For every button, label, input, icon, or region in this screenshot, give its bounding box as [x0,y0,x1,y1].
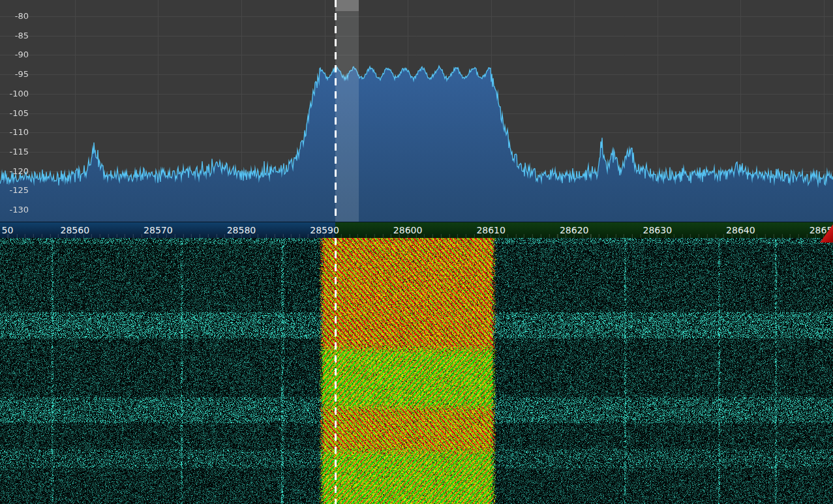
frequency-axis[interactable]: 50 28560 28570 28580 28590 28600 28610 2… [0,222,833,238]
tuning-line[interactable] [335,0,337,222]
freq-tick-label: 28640 [726,225,755,235]
db-tick-label: -125 [0,185,30,196]
tuning-line[interactable] [335,238,337,504]
freq-tick-label: 28590 [310,225,339,235]
freq-tick-label: 28620 [560,225,589,235]
freq-tick-label: 28570 [144,225,173,235]
db-tick-label: -80 [0,11,30,22]
waterfall-canvas[interactable] [0,238,833,504]
sdr-spectrum-waterfall-view: -80 -85 -90 -95 -100 -105 -110 -115 -120… [0,0,833,504]
db-tick-label: -95 [0,69,30,80]
db-tick-label: -110 [0,127,30,138]
spectrum-panel[interactable]: -80 -85 -90 -95 -100 -105 -110 -115 -120… [0,0,833,222]
freq-tick-label: 28610 [476,225,506,235]
freq-tick-label: 28580 [227,225,256,235]
db-tick-label: -90 [0,50,30,60]
freq-tick-label: 28560 [61,225,90,235]
db-tick-label: -105 [0,108,30,119]
db-tick-label: -100 [0,89,30,99]
spectrum-plot-canvas[interactable] [0,0,833,222]
freq-tick-label: 50 [2,225,14,235]
db-tick-label: -85 [0,31,30,41]
db-tick-label: -115 [0,147,30,157]
db-tick-label: -130 [0,205,30,215]
freq-tick-label: 28630 [643,225,673,235]
filter-passband[interactable] [335,0,359,222]
waterfall-panel[interactable] [0,238,833,504]
db-tick-label: -120 [0,166,30,177]
filter-band-handle[interactable] [335,0,359,11]
freq-tick-label: 28600 [393,225,423,235]
